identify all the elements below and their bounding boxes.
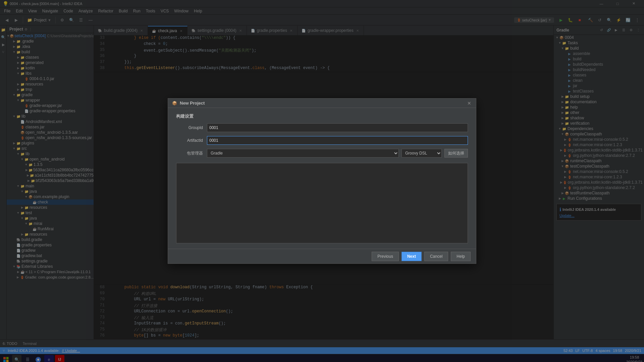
dialog-titlebar: 📦 New Project ✕: [168, 99, 476, 108]
form-row-artifactid: ArtifactId: [176, 136, 468, 145]
artifactid-input[interactable]: [207, 136, 468, 145]
dialog-title-label: New Project: [180, 101, 464, 106]
dialog-section-title: 构建设置: [176, 113, 468, 119]
dsl-select[interactable]: Groovy DSL Kotlin DSL: [401, 149, 442, 158]
dialog-body: 构建设置 GroupId ArtifactId 包管理器 Gradle Mave…: [168, 108, 476, 249]
form-row-groupid: GroupId: [176, 123, 468, 132]
cancel-button[interactable]: Cancel: [424, 252, 448, 261]
new-project-dialog: 📦 New Project ✕ 构建设置 GroupId ArtifactId …: [168, 98, 476, 264]
groupid-label: GroupId: [176, 125, 203, 130]
package-manager-container: Gradle Maven Groovy DSL Kotlin DSL 如何选择: [207, 149, 468, 158]
groupid-input[interactable]: [207, 123, 468, 132]
next-button[interactable]: Next: [401, 252, 422, 261]
previous-button[interactable]: Previous: [372, 252, 399, 261]
dialog-preview-area: [176, 163, 468, 243]
section-label: 构建设置: [176, 114, 194, 119]
dialog-icon: 📦: [172, 101, 177, 106]
form-row-package-manager: 包管理器 Gradle Maven Groovy DSL Kotlin DSL …: [176, 149, 468, 158]
package-manager-label: 包管理器: [176, 150, 203, 156]
artifactid-label: ArtifactId: [176, 138, 203, 143]
how-to-choose-button[interactable]: 如何选择: [444, 149, 468, 158]
help-button[interactable]: Help: [451, 252, 471, 261]
dialog-close-button[interactable]: ✕: [467, 101, 472, 106]
dialog-overlay: 📦 New Project ✕ 构建设置 GroupId ArtifactId …: [0, 0, 644, 362]
package-manager-select[interactable]: Gradle Maven: [207, 149, 399, 158]
dialog-footer: Previous Next Cancel Help: [168, 249, 476, 263]
